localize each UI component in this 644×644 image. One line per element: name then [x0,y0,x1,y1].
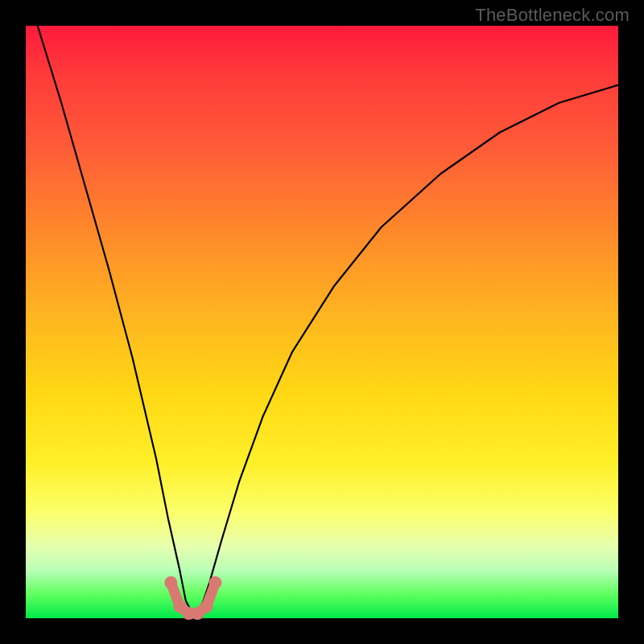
valley-marker-dot [164,576,177,589]
valley-marker-dot [209,576,222,589]
valley-marker-dot [200,600,213,613]
plot-area [26,26,618,618]
curve-svg [26,26,618,618]
bottleneck-curve [38,26,618,613]
watermark-label: TheBottleneck.com [475,5,630,26]
chart-frame: TheBottleneck.com [0,0,644,644]
